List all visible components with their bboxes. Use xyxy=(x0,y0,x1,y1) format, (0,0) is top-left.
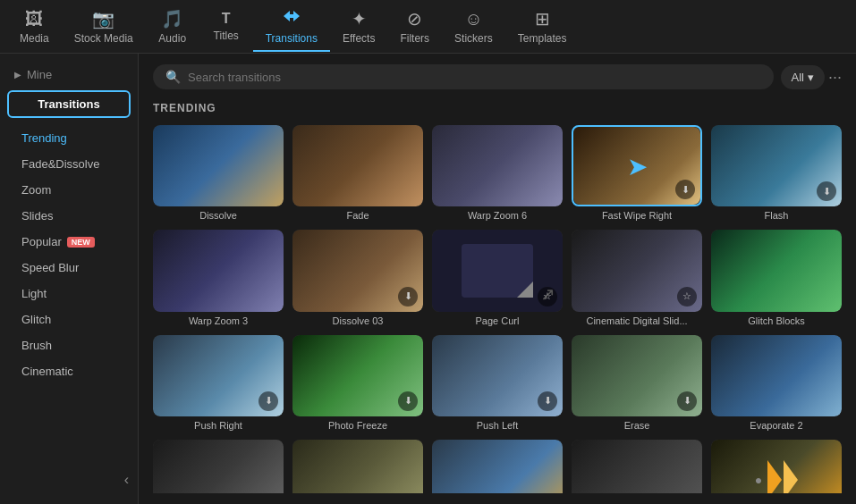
transitions-grid: Dissolve Fade Warp Zoom 6 xyxy=(153,125,842,493)
download-icon-push-left: ⬇ xyxy=(538,391,557,411)
star-icon-cinematic: ☆ xyxy=(677,287,697,307)
card-cinematic-digital[interactable]: ☆ Cinematic Digital Slid... xyxy=(572,230,702,325)
card-fast-zoom[interactable]: ⬇ Fast Zoom xyxy=(292,440,423,493)
card-flash[interactable]: ⬇ Flash xyxy=(711,125,842,221)
arrow-icon: ➤ xyxy=(627,151,648,181)
thumb-dissolve xyxy=(153,125,284,206)
nav-effects-label: Effects xyxy=(343,32,375,45)
more-icon: ··· xyxy=(828,68,842,86)
card-glitch-blocks[interactable]: Glitch Blocks xyxy=(711,230,842,325)
card-erase[interactable]: ⬇ Erase xyxy=(572,335,702,431)
thumb-push-left: ⬇ xyxy=(432,335,563,416)
nav-audio-label: Audio xyxy=(158,32,186,45)
transitions-grid-scroll[interactable]: Dissolve Fade Warp Zoom 6 xyxy=(153,125,842,493)
sidebar-mine-section[interactable]: ▶ Mine xyxy=(0,63,138,87)
filter-button[interactable]: All ▾ xyxy=(781,65,825,89)
nav-templates-label: Templates xyxy=(518,32,567,45)
card-dissolve-03[interactable]: ⬇ Dissolve 03 xyxy=(292,230,423,325)
card-fade-single-track[interactable]: ⬇ Fade Single Track xyxy=(572,440,702,493)
thumb-push-right: ⬇ xyxy=(153,335,284,416)
sidebar-item-light[interactable]: Light xyxy=(0,281,138,307)
card-page-curl[interactable]: ↗ ☆ Page Curl xyxy=(432,230,563,325)
sidebar-item-speed-blur[interactable]: Speed Blur xyxy=(0,255,138,281)
top-navigation: 🖼 Media 📷 Stock Media 🎵 Audio T Titles T… xyxy=(0,0,856,54)
nav-stock-media-label: Stock Media xyxy=(74,32,133,45)
card-blur-dissolve-1[interactable]: ⬇ Blur Dissolve 1 xyxy=(153,440,284,493)
sidebar-item-cinematic[interactable]: Cinematic xyxy=(0,358,138,384)
card-evaporate-2[interactable]: Evaporate 2 xyxy=(711,335,842,431)
nav-filters[interactable]: ⊘ Filters xyxy=(387,3,442,50)
effects-icon: ✦ xyxy=(352,8,367,29)
sidebar-item-popular[interactable]: Popular NEW xyxy=(0,229,138,255)
sidebar-glitch-label: Glitch xyxy=(21,313,51,326)
card-push-right[interactable]: ⬇ Push Right xyxy=(153,335,284,431)
search-input[interactable] xyxy=(188,71,761,84)
thumb-warp-zoom-6 xyxy=(432,125,563,206)
card-box-turn-1[interactable]: ⬇ Box Turn 1 xyxy=(432,440,563,493)
download-icon-photo-freeze: ⬇ xyxy=(398,391,418,411)
more-options-button[interactable]: ··· xyxy=(828,68,842,87)
label-glitch-blocks: Glitch Blocks xyxy=(711,315,842,326)
card-warp-zoom-6[interactable]: Warp Zoom 6 xyxy=(432,125,563,221)
sidebar-transitions-box[interactable]: Transitions xyxy=(7,90,131,118)
card-fast-wipe-right[interactable]: ⬇ ➤ Fast Wipe Right xyxy=(572,125,702,221)
download-icon-dissolve03: ⬇ xyxy=(398,287,418,307)
sidebar-item-fade-dissolve[interactable]: Fade&Dissolve xyxy=(0,151,138,177)
label-dissolve-03: Dissolve 03 xyxy=(292,315,423,326)
sidebar-item-trending[interactable]: Trending xyxy=(0,125,138,151)
card-dissolve[interactable]: Dissolve xyxy=(153,125,284,221)
card-fade[interactable]: Fade xyxy=(292,125,423,221)
sidebar-popular-label: Popular xyxy=(21,235,62,248)
sidebar-zoom-label: Zoom xyxy=(21,183,51,197)
nav-audio[interactable]: 🎵 Audio xyxy=(146,3,199,50)
nav-stock-media[interactable]: 📷 Stock Media xyxy=(62,3,146,50)
nav-stickers[interactable]: ☺ Stickers xyxy=(442,4,505,50)
card-push-left[interactable]: ⬇ Push Left xyxy=(432,335,563,431)
stock-media-icon: 📷 xyxy=(92,8,114,29)
content-area: 🔍 All ▾ ··· TRENDING Dissolve xyxy=(139,54,856,504)
thumb-fade-single-track: ⬇ xyxy=(572,440,702,493)
sidebar-item-zoom[interactable]: Zoom xyxy=(0,177,138,203)
label-push-left: Push Left xyxy=(432,420,563,431)
chevron-down-icon: ▾ xyxy=(808,71,814,84)
download-icon-erase: ⬇ xyxy=(677,391,697,411)
titles-icon: T xyxy=(222,11,231,27)
chevron-right-icon: ▶ xyxy=(14,70,21,80)
sidebar-slides-label: Slides xyxy=(21,209,53,223)
sidebar-speed-blur-label: Speed Blur xyxy=(21,261,79,274)
label-photo-freeze: Photo Freeze xyxy=(292,420,423,431)
templates-icon: ⊞ xyxy=(535,8,550,29)
thumb-photo-freeze: ⬇ xyxy=(292,335,423,416)
card-photo-freeze[interactable]: ⬇ Photo Freeze xyxy=(292,335,423,431)
sidebar-item-brush[interactable]: Brush xyxy=(0,332,138,358)
sidebar-item-glitch[interactable]: Glitch xyxy=(0,307,138,332)
label-warp-zoom-3: Warp Zoom 3 xyxy=(153,315,284,326)
sidebar-collapse-button[interactable]: ‹ xyxy=(0,465,138,495)
sidebar-mine-label: Mine xyxy=(27,68,52,81)
nav-titles[interactable]: T Titles xyxy=(199,5,253,47)
label-page-curl: Page Curl xyxy=(432,315,563,326)
label-erase: Erase xyxy=(572,420,702,431)
nav-templates[interactable]: ⊞ Templates xyxy=(505,3,580,50)
label-push-right: Push Right xyxy=(153,420,284,431)
card-warp-zoom-3[interactable]: Warp Zoom 3 xyxy=(153,230,284,325)
nav-media-label: Media xyxy=(20,32,49,45)
card-linear-14[interactable]: ● Linear 14 xyxy=(711,440,842,493)
collapse-icon: ‹ xyxy=(124,472,129,488)
thumb-box-turn-1: ⬇ xyxy=(432,440,563,493)
sidebar-item-slides[interactable]: Slides xyxy=(0,203,138,229)
label-fast-wipe-right: Fast Wipe Right xyxy=(572,210,702,221)
nav-transitions[interactable]: Transitions xyxy=(253,2,330,52)
stickers-icon: ☺ xyxy=(464,9,482,29)
search-wrapper: 🔍 xyxy=(153,64,774,89)
sidebar-fade-dissolve-label: Fade&Dissolve xyxy=(21,157,99,171)
nav-filters-label: Filters xyxy=(400,32,429,45)
nav-media[interactable]: 🖼 Media xyxy=(7,4,62,50)
thumb-cinematic-digital: ☆ xyxy=(572,230,702,311)
thumb-evaporate-2 xyxy=(711,335,842,416)
audio-icon: 🎵 xyxy=(161,8,183,29)
nav-effects[interactable]: ✦ Effects xyxy=(330,3,387,50)
filters-icon: ⊘ xyxy=(407,8,422,29)
thumb-warp-zoom-3 xyxy=(153,230,284,311)
thumb-glitch-blocks xyxy=(711,230,842,311)
